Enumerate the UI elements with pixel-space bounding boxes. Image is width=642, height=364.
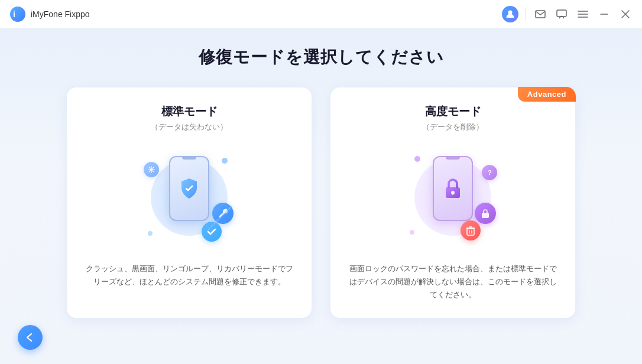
user-icon[interactable] xyxy=(502,6,518,22)
svg-rect-3 xyxy=(536,11,545,18)
advanced-mode-card[interactable]: Advanced 高度モード （データを削除） xyxy=(330,87,575,318)
standard-mode-card[interactable]: 標準モード （データは失わない） xyxy=(67,87,312,318)
chat-button[interactable] xyxy=(555,7,569,21)
standard-illustration xyxy=(136,144,242,251)
svg-point-2 xyxy=(508,10,513,14)
advanced-mode-description: 画面ロックのパスワードを忘れた場合、または標準モードではデバイスの問題が解決しな… xyxy=(348,262,557,301)
app-logo-icon: i xyxy=(9,6,26,22)
standard-mode-description: クラッシュ、黒画面、リンゴループ、リカバリーモードでフリーズなど、ほとんどのシス… xyxy=(85,262,294,288)
page-title: 修復モードを選択してください xyxy=(199,46,444,69)
phone-body-advanced xyxy=(433,156,473,221)
float-dot2 xyxy=(148,231,153,236)
phone-notch-advanced xyxy=(446,157,460,160)
close-button[interactable] xyxy=(618,7,633,21)
svg-rect-4 xyxy=(557,10,566,17)
main-content: 修復モードを選択してください 標準モード （データは失わない） xyxy=(0,28,642,364)
titlebar-right xyxy=(502,6,633,22)
mail-button[interactable] xyxy=(533,7,547,21)
advanced-illustration: ? xyxy=(400,144,506,251)
lock-icon xyxy=(441,176,465,201)
app-title: iMyFone Fixppo xyxy=(31,9,90,19)
float-question-icon: ? xyxy=(482,165,497,180)
phone-notch-standard xyxy=(182,157,196,160)
svg-rect-14 xyxy=(452,193,453,195)
standard-mode-title: 標準モード xyxy=(161,104,218,119)
svg-text:i: i xyxy=(13,9,15,19)
svg-rect-16 xyxy=(467,229,474,235)
float-dot1 xyxy=(222,158,228,164)
menu-button[interactable] xyxy=(576,7,590,21)
svg-rect-15 xyxy=(482,213,489,218)
titlebar-divider xyxy=(526,8,526,20)
titlebar: i iMyFone Fixppo xyxy=(0,0,642,28)
svg-point-0 xyxy=(10,6,25,22)
standard-mode-subtitle: （データは失わない） xyxy=(151,122,228,132)
float-gear-icon xyxy=(144,162,159,177)
float-trash-icon xyxy=(461,220,481,240)
float-dot4 xyxy=(410,230,414,235)
standard-phone xyxy=(139,147,239,248)
dashed-curve-icon xyxy=(205,203,235,233)
advanced-mode-subtitle: （データを削除） xyxy=(422,122,484,132)
cards-container: 標準モード （データは失わない） xyxy=(67,87,575,318)
svg-text:?: ? xyxy=(488,169,492,176)
back-button[interactable] xyxy=(18,325,43,350)
advanced-mode-title: 高度モード xyxy=(425,104,481,119)
titlebar-left: i iMyFone Fixppo xyxy=(9,6,90,22)
advanced-phone: ? xyxy=(403,147,503,248)
advanced-badge: Advanced xyxy=(518,87,576,102)
shield-wrench-icon xyxy=(177,176,202,201)
minimize-button[interactable] xyxy=(597,7,611,21)
float-dot3 xyxy=(414,156,420,162)
svg-point-11 xyxy=(150,168,153,171)
float-lock-icon xyxy=(475,203,496,224)
phone-body-standard xyxy=(169,156,209,221)
